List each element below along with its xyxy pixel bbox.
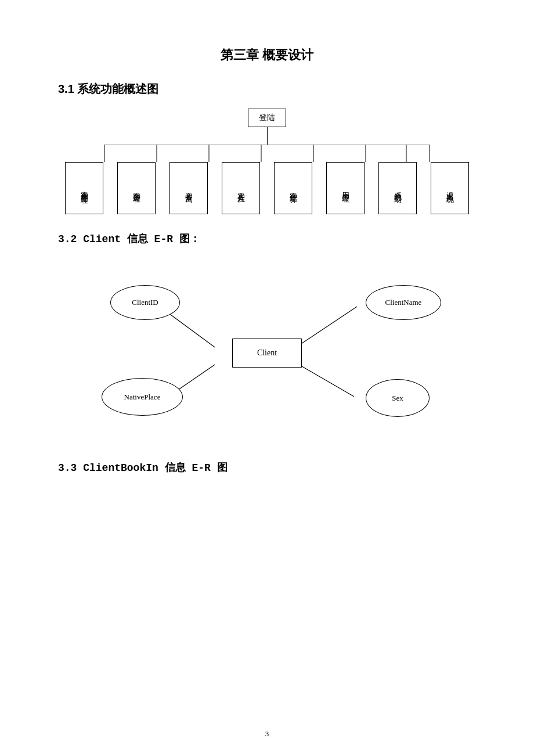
tree-root: 登陆 — [248, 109, 286, 145]
tree-children-row: 客户类型管理 客房管理 客户查询 客户入住 客户结算 用户管理 系统帮助 退出系… — [61, 162, 473, 214]
child-box-1: 客户类型管理 — [65, 162, 103, 214]
tree-child-6: 用户管理 — [322, 162, 369, 214]
tree-child-2: 客房管理 — [113, 162, 160, 214]
nativeplace-attr: NativePlace — [102, 378, 183, 416]
chapter-title: 第三章 概要设计 — [58, 46, 476, 64]
svg-line-12 — [299, 365, 354, 397]
root-box: 登陆 — [248, 109, 286, 127]
page-number: 3 — [265, 729, 269, 739]
clientid-attr: ClientID — [110, 285, 180, 320]
page: 第三章 概要设计 3.1 系统功能概述图 登陆 客户类型管理 客 — [0, 0, 534, 756]
tree-child-3: 客户查询 — [165, 162, 212, 214]
child-box-2: 客房管理 — [117, 162, 156, 214]
child-box-6: 用户管理 — [326, 162, 365, 214]
child-box-5: 客户结算 — [274, 162, 312, 214]
tree-child-1: 客户类型管理 — [61, 162, 107, 214]
child-box-3: 客户查询 — [169, 162, 208, 214]
child-box-7: 系统帮助 — [378, 162, 417, 214]
tree-child-5: 客户结算 — [270, 162, 316, 214]
tree-connector-svg — [81, 145, 453, 162]
section-31-title: 3.1 系统功能概述图 — [58, 81, 476, 97]
clientname-attr: ClientName — [366, 285, 441, 320]
section-33-title: 3.3 ClientBookIn 信息 E-R 图 — [58, 460, 476, 474]
child-box-8: 退出系统 — [431, 162, 469, 214]
tree-child-4: 客户入住 — [218, 162, 264, 214]
tree-child-7: 系统帮助 — [374, 162, 421, 214]
child-box-4: 客户入住 — [222, 162, 260, 214]
client-entity: Client — [232, 339, 302, 368]
er-diagram: ClientID ClientName Client NativePlace S… — [58, 257, 476, 443]
root-line — [267, 127, 268, 145]
tree-child-8: 退出系统 — [427, 162, 473, 214]
svg-line-10 — [296, 307, 357, 347]
sex-attr: Sex — [366, 379, 430, 417]
section-32-title: 3.2 Client 信息 E-R 图： — [58, 232, 476, 246]
section-33: 3.3 ClientBookIn 信息 E-R 图 — [58, 460, 476, 474]
function-tree: 登陆 客户类型管理 客房管理 客户查询 — [58, 109, 476, 214]
